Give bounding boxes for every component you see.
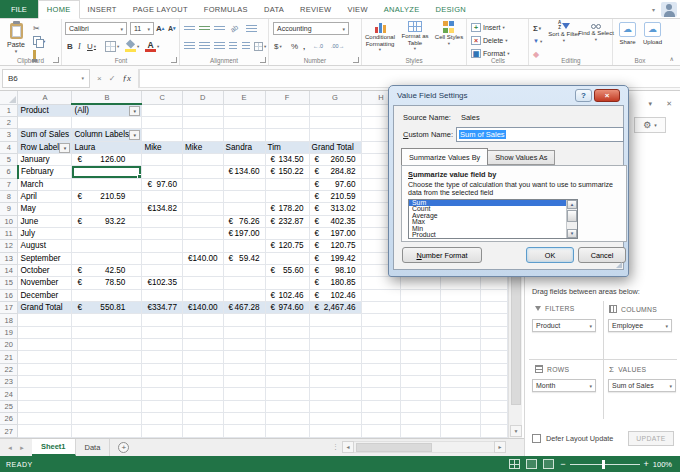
cell-D9[interactable]	[182, 203, 223, 215]
cell-F9[interactable]: €178.20	[265, 203, 309, 215]
cell-F6[interactable]: €150.22	[265, 166, 309, 178]
cell-I23[interactable]	[401, 376, 441, 388]
cell-G7[interactable]: €97.60	[309, 178, 361, 190]
cell-J26[interactable]	[441, 413, 481, 425]
cell-B11[interactable]	[72, 227, 142, 239]
dialog-help-icon[interactable]: ?	[575, 89, 592, 102]
defer-layout-checkbox[interactable]	[532, 434, 541, 443]
user-avatar[interactable]	[661, 2, 677, 17]
scroll-down-icon[interactable]: ▼	[510, 425, 522, 437]
cell-F26[interactable]	[265, 413, 309, 425]
cell-G14[interactable]: €98.10	[309, 264, 361, 276]
cell-E8[interactable]	[223, 190, 265, 202]
horizontal-scroll-thumb[interactable]	[356, 443, 432, 452]
cell-A2[interactable]	[18, 116, 72, 128]
calc-option-product[interactable]: Product	[409, 232, 566, 237]
listbox-scroll-down-icon[interactable]: ▼	[567, 229, 577, 238]
cell-E1[interactable]	[223, 104, 265, 116]
cell-G1[interactable]	[309, 104, 361, 116]
pane-close-icon[interactable]: ✕	[666, 100, 672, 108]
cell-C15[interactable]: €102.35	[142, 277, 183, 289]
cell-E2[interactable]	[223, 116, 265, 128]
cell-F22[interactable]	[265, 363, 309, 375]
cell-D12[interactable]	[182, 240, 223, 252]
number-format-combo[interactable]: Accounting▾	[273, 22, 349, 35]
cell-G24[interactable]	[309, 388, 361, 400]
cell-D24[interactable]	[182, 388, 223, 400]
dialog-close-icon[interactable]: ×	[594, 89, 620, 102]
cell-H21[interactable]	[361, 351, 401, 363]
cell-E24[interactable]	[223, 388, 265, 400]
cell-A23[interactable]	[18, 376, 72, 388]
cell-C13[interactable]	[142, 252, 183, 264]
filters-field-chip[interactable]: Product▾	[532, 319, 596, 332]
cell-B14[interactable]: €42.50	[72, 264, 142, 276]
cell-D8[interactable]	[182, 190, 223, 202]
number-format-button[interactable]: Number Format	[402, 247, 482, 263]
cell-H18[interactable]	[361, 314, 401, 326]
cell-F23[interactable]	[265, 376, 309, 388]
cell-A11[interactable]: July	[18, 227, 72, 239]
page-layout-view-icon[interactable]	[526, 459, 537, 469]
cell-G13[interactable]: €199.42	[309, 252, 361, 264]
zoom-slider[interactable]	[570, 464, 640, 465]
row-header-10[interactable]: 10	[0, 215, 18, 227]
cell-D25[interactable]	[182, 400, 223, 412]
cell-G20[interactable]	[309, 339, 361, 351]
increase-decimal-icon[interactable]: ←.0	[313, 40, 323, 52]
cell-D17[interactable]: €140.00	[182, 302, 223, 314]
increase-indent-icon[interactable]	[242, 40, 250, 52]
next-sheet-icon[interactable]: ►	[19, 445, 25, 451]
autosum-button[interactable]: Σ▾	[533, 22, 541, 34]
normal-view-icon[interactable]	[509, 459, 520, 469]
cell-H27[interactable]	[361, 425, 401, 437]
insert-function-icon[interactable]: ƒx	[122, 73, 131, 83]
cell-G6[interactable]: €284.82	[309, 166, 361, 178]
cell-E4[interactable]: Sandra	[223, 141, 265, 153]
cell-E17[interactable]: €467.28	[223, 302, 265, 314]
percent-style-icon[interactable]: %	[291, 40, 298, 52]
cell-E21[interactable]	[223, 351, 265, 363]
cell-D6[interactable]	[182, 166, 223, 178]
cell-G18[interactable]	[309, 314, 361, 326]
share-button[interactable]: ☁ Share	[616, 22, 639, 45]
enter-entry-icon[interactable]: ✓	[109, 74, 116, 83]
filter-dropdown-icon[interactable]: ▾	[129, 106, 140, 116]
clipboard-dialog-launcher-icon[interactable]	[53, 57, 59, 63]
cell-B1[interactable]: (All)▾	[72, 104, 142, 116]
cell-G27[interactable]	[309, 425, 361, 437]
cell-G5[interactable]: €260.50	[309, 153, 361, 165]
cell-E16[interactable]	[223, 289, 265, 301]
cell-D13[interactable]: €140.00	[182, 252, 223, 264]
cell-A21[interactable]	[18, 351, 72, 363]
cell-D18[interactable]	[182, 314, 223, 326]
cell-I16[interactable]	[401, 289, 441, 301]
underline-button[interactable]: U▾	[87, 40, 96, 52]
cell-A19[interactable]	[18, 326, 72, 338]
cell-F21[interactable]	[265, 351, 309, 363]
cell-F13[interactable]	[265, 252, 309, 264]
row-header-6[interactable]: 6	[0, 166, 18, 178]
ribbon-display-options-icon[interactable]: ▾	[648, 0, 659, 18]
cell-K21[interactable]	[481, 351, 508, 363]
cell-A24[interactable]	[18, 388, 72, 400]
cell-E9[interactable]	[223, 203, 265, 215]
cell-A13[interactable]: September	[18, 252, 72, 264]
cell-K15[interactable]	[481, 277, 508, 289]
cell-A5[interactable]: January	[18, 153, 72, 165]
cell-H23[interactable]	[361, 376, 401, 388]
rows-field-chip[interactable]: Month▾	[532, 379, 596, 392]
cell-J15[interactable]	[441, 277, 481, 289]
merge-center-button[interactable]: ▾	[254, 40, 266, 52]
cell-E7[interactable]	[223, 178, 265, 190]
cell-I27[interactable]	[401, 425, 441, 437]
row-header-5[interactable]: 5	[0, 153, 18, 165]
cell-J24[interactable]	[441, 388, 481, 400]
column-header-F[interactable]: F	[265, 91, 309, 104]
cell-E23[interactable]	[223, 376, 265, 388]
cell-F8[interactable]	[265, 190, 309, 202]
new-sheet-button[interactable]: +	[118, 442, 129, 453]
cut-button[interactable]: ✂	[33, 22, 45, 34]
ok-button[interactable]: OK	[526, 247, 574, 263]
cell-B6[interactable]	[72, 166, 142, 178]
